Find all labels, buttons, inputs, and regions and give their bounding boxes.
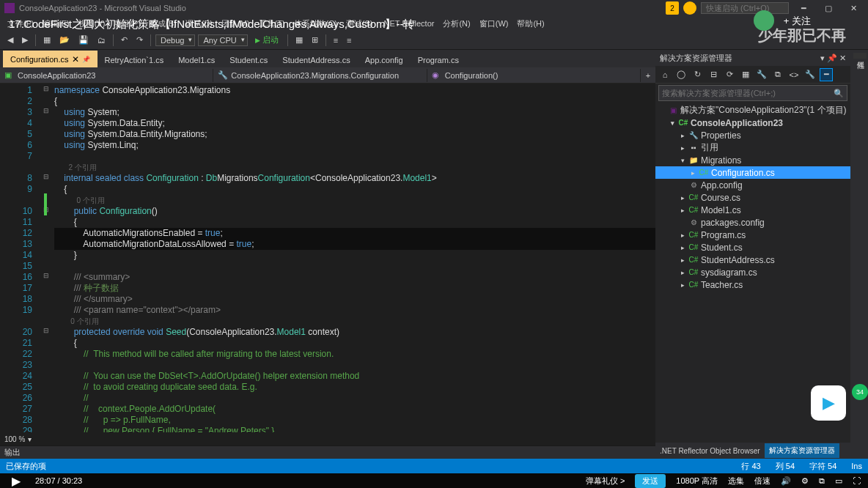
danmu-hint[interactable]: 弹幕礼仪 > [586,476,625,487]
tree-node[interactable]: ⚙App.config [655,179,850,191]
new-project-icon[interactable]: ▦ [40,34,54,46]
save-icon[interactable]: 💾 [76,34,92,46]
episode-button[interactable]: 选集 [728,476,744,487]
search-icon[interactable]: 🔍 [834,89,844,98]
tree-twisty-icon[interactable]: ▾ [669,119,676,127]
fullscreen-icon[interactable]: ⛶ [853,476,861,485]
pane-pin-icon[interactable]: 📌 [827,53,837,62]
tree-twisty-icon[interactable]: ▸ [679,207,686,214]
pane-dropdown-icon[interactable]: ▾ [820,53,825,62]
tree-twisty-icon[interactable]: ▸ [679,132,686,139]
tb-icon-1[interactable]: ▦ [293,34,306,46]
code-editor[interactable]: 1234567891011121314151617181920212223242… [0,84,655,432]
nav-member[interactable]: ◉Configuration() [427,69,641,82]
tree-twisty-icon[interactable]: ▸ [689,169,696,177]
wide-icon[interactable]: ▭ [835,476,842,486]
send-button[interactable]: 发送 [635,474,666,488]
tree-twisty-icon[interactable]: ▸ [679,194,686,202]
avatar[interactable] [754,10,774,31]
tree-twisty-icon[interactable]: ▸ [679,244,686,251]
document-tab[interactable]: RetryAction`1.cs [98,52,172,67]
tree-node[interactable]: ▣解决方案"ConsoleApplication23"(1 个项目) [655,104,850,117]
view-icon[interactable]: ━ [820,68,833,81]
tree-twisty-icon[interactable]: ▸ [679,281,686,289]
home-icon[interactable]: ⌂ [658,68,672,81]
nav-back-icon[interactable]: ◀ [4,34,16,46]
follow-button[interactable]: + 关注 [784,15,811,28]
nav-fwd-icon[interactable]: ▶ [19,34,31,46]
redo-icon[interactable]: ↷ [133,34,146,46]
quality-button[interactable]: 1080P 高清 [676,476,718,487]
tree-twisty-icon[interactable]: ▸ [679,144,686,152]
save-all-icon[interactable]: 🗂 [95,34,108,46]
tree-node[interactable]: ▾📁Migrations [655,154,850,166]
docked-tool-1[interactable]: 属性 [853,53,867,59]
open-icon[interactable]: 📂 [56,34,73,46]
tb-icon-2[interactable]: ⊞ [309,34,321,46]
document-tab[interactable]: App.config [358,52,411,67]
tree-node[interactable]: ▸C#Program.cs [655,229,850,241]
nav-class[interactable]: 🔧ConsoleApplication23.Migrations.Configu… [213,69,427,82]
document-tab[interactable]: Configuration.cs✕ [3,51,98,67]
properties-icon[interactable]: 🔧 [755,68,768,81]
tree-node[interactable]: ▸C#Student.cs [655,241,850,254]
tree-twisty-icon[interactable]: ▸ [679,232,686,239]
tree-node[interactable]: ▾C#ConsoleApplication23 [655,117,850,129]
nav-project[interactable]: ▣ConsoleApplication23 [0,69,213,82]
menu-item[interactable]: 分析(N) [440,18,473,29]
pip-icon[interactable]: ⧉ [819,476,825,486]
document-tab[interactable]: Program.cs [411,52,466,67]
minimize-icon[interactable]: ━ [793,1,814,15]
tree-node[interactable]: ▸C#sysdiagram.cs [655,266,850,278]
wrench-icon[interactable]: 🔧 [803,68,817,81]
tree-twisty-icon[interactable]: ▸ [679,256,686,264]
tree-node[interactable]: ▸C#Teacher.cs [655,278,850,291]
tree-node[interactable]: ▸C#StudentAddress.cs [655,254,850,266]
bili-play-icon[interactable]: ▶ [811,385,846,421]
output-panel-title[interactable]: 输出 [0,446,655,459]
speed-button[interactable]: 倍速 [754,476,770,487]
tree-node[interactable]: ▸▪▪引用 [655,141,850,154]
notify-icon[interactable]: 2 [666,1,679,15]
solexp-search[interactable]: 🔍 [658,85,847,101]
maximize-icon[interactable]: ▢ [818,1,839,15]
tree-node[interactable]: ▸C#Model1.cs [655,204,850,216]
tree-node[interactable]: ⚙packages.config [655,216,850,229]
run-button[interactable]: 启动 [251,33,283,47]
tree-twisty-icon[interactable]: ▾ [679,157,686,164]
code-icon[interactable]: <> [787,68,801,81]
quick-launch-input[interactable] [701,2,789,14]
tab-close-icon[interactable]: ✕ [72,54,79,64]
document-tab[interactable]: StudentAddress.cs [275,52,357,67]
platform-dropdown[interactable]: Any CPU [198,34,247,46]
tree-node[interactable]: ▸C#Configuration.cs [655,166,850,179]
play-button[interactable]: ▶ [7,472,25,488]
settings-icon[interactable]: ⚙ [801,476,809,486]
pane-close-icon[interactable]: ✕ [839,53,846,62]
tb-icon-4[interactable]: ≡ [344,34,354,46]
refresh-icon[interactable]: ⟳ [723,68,736,81]
solexp-search-input[interactable] [662,89,834,97]
document-tab[interactable]: Model1.cs [171,52,222,67]
menu-item[interactable]: 帮助(H) [514,18,547,29]
undo-icon[interactable]: ↶ [118,34,130,46]
volume-icon[interactable]: 🔊 [781,476,791,486]
nav-add-icon[interactable]: + [641,71,655,80]
tb-icon-3[interactable]: ≡ [331,34,341,46]
feedback-icon[interactable] [683,1,696,15]
pane-tab-solexp[interactable]: 解决方案资源管理器 [765,443,839,458]
showall-icon[interactable]: ▦ [739,68,752,81]
document-tab[interactable]: Student.cs [222,52,275,67]
tree-twisty-icon[interactable]: ▸ [679,269,686,276]
back-icon[interactable]: ◯ [674,68,688,81]
config-dropdown[interactable]: Debug [155,34,195,46]
tree-node[interactable]: ▸C#Course.cs [655,191,850,204]
collapse-icon[interactable]: ⊟ [707,68,720,81]
green-badge[interactable]: 34 [852,384,868,400]
close-icon[interactable]: ✕ [843,1,864,15]
preview-icon[interactable]: ⧉ [771,68,784,81]
sync-icon[interactable]: ↻ [691,68,704,81]
tree-node[interactable]: ▸🔧Properties [655,129,850,141]
menu-item[interactable]: 窗口(W) [477,18,512,29]
pane-tab-reflector[interactable]: .NET Reflector Object Browser [655,445,765,457]
